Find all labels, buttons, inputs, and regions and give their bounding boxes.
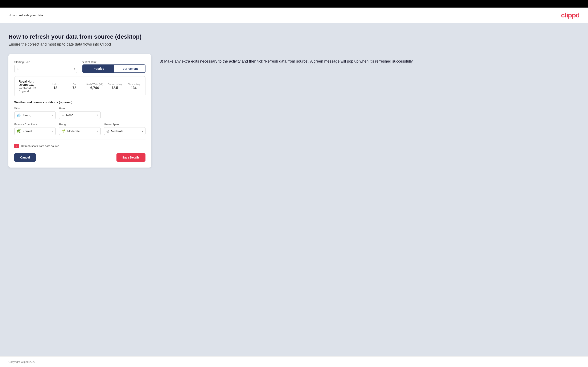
course-name-col: Royal North Devon GC, Westward Ho!, Engl… (19, 80, 44, 93)
top-bar (0, 0, 588, 8)
wind-icon: 💨 (17, 113, 21, 117)
tournament-button[interactable]: Tournament (114, 65, 145, 72)
practice-button[interactable]: Practice (83, 65, 114, 72)
course-holes-stat: Holes 18 (48, 83, 63, 90)
course-par-stat: Par 72 (67, 83, 82, 90)
wind-group: Wind 💨 Strong ▾ (14, 107, 56, 119)
logo: clippd (561, 11, 579, 19)
cancel-button[interactable]: Cancel (14, 153, 36, 162)
holes-label: Holes (52, 83, 59, 85)
game-type-buttons: Practice Tournament (82, 65, 146, 73)
slope-rating-value: 134 (131, 86, 137, 90)
rough-icon: 🌱 (61, 129, 66, 133)
form-body: Starting Hole 1 ▾ Game Type Practice To (9, 54, 151, 167)
weather-section-heading: Weather and course conditions (optional) (14, 100, 146, 104)
wind-select[interactable]: 💨 Strong ▾ (14, 111, 56, 119)
rain-value: None (66, 113, 95, 117)
course-location: Westward Ho!, England (19, 86, 44, 93)
game-type-group: Game Type Practice Tournament (82, 60, 146, 73)
rain-label: Rain (59, 107, 101, 110)
course-info-box: Royal North Devon GC, Westward Ho!, Engl… (14, 76, 146, 96)
page-title: How to refresh your data from source (de… (9, 33, 579, 40)
fairway-rough-green-row: Fairway Conditions 🌿 Normal ▾ Rough 🌱 Mo… (14, 123, 146, 135)
page-subtitle: Ensure the correct and most up to date d… (9, 42, 579, 47)
fairway-label: Fairway Conditions (14, 123, 56, 126)
course-rating-label: Course rating (108, 83, 122, 85)
rough-value: Moderate (67, 130, 95, 133)
step-text: 3) Make any extra edits necessary to the… (160, 58, 579, 65)
yards-label: Yards/White (M)) (86, 83, 103, 85)
green-speed-group: Green Speed ◎ Moderate ▾ (104, 123, 146, 135)
wind-arrow-icon: ▾ (52, 114, 53, 117)
green-speed-icon: ◎ (106, 129, 109, 133)
rough-select[interactable]: 🌱 Moderate ▾ (59, 127, 101, 135)
green-speed-value: Moderate (111, 130, 140, 133)
rain-select[interactable]: ☼ None ▾ (59, 111, 101, 119)
green-speed-label: Green Speed (104, 123, 146, 126)
fairway-value: Normal (23, 130, 51, 133)
green-speed-arrow-icon: ▾ (142, 130, 143, 133)
save-button[interactable]: Save Details (116, 153, 146, 162)
rough-arrow-icon: ▾ (97, 130, 98, 133)
rough-label: Rough (59, 123, 101, 126)
course-rating-stat: Course rating 72.5 (107, 83, 122, 90)
holes-value: 18 (54, 86, 57, 90)
fairway-icon: 🌿 (17, 129, 21, 133)
footer: Copyright Clippd 2022 (0, 356, 588, 367)
form-card: Starting Hole 1 ▾ Game Type Practice To (9, 54, 151, 167)
wind-label: Wind (14, 107, 56, 110)
breadcrumb: How to refresh your data (9, 13, 43, 17)
wind-value: Strong (23, 114, 51, 117)
rain-icon: ☼ (61, 113, 65, 117)
fairway-group: Fairway Conditions 🌿 Normal ▾ (14, 123, 56, 135)
content-area: Starting Hole 1 ▾ Game Type Practice To (9, 54, 579, 167)
yards-value: 6,744 (90, 86, 99, 90)
right-panel: 3) Make any extra edits necessary to the… (160, 54, 579, 65)
wind-rain-row: Wind 💨 Strong ▾ Rain ☼ None ▾ (14, 107, 146, 119)
header: How to refresh your data clippd (0, 8, 588, 23)
game-type-label: Game Type (82, 60, 146, 63)
course-yards-stat: Yards/White (M)) 6,744 (86, 83, 103, 90)
par-label: Par (72, 83, 76, 85)
divider (14, 139, 146, 139)
refresh-checkbox-row: ✓ Refresh shots from data source (14, 144, 146, 148)
fairway-select[interactable]: 🌿 Normal ▾ (14, 127, 56, 135)
slope-rating-stat: Slope rating 134 (126, 83, 141, 90)
empty-group (104, 107, 146, 119)
starting-hole-select[interactable]: 1 (14, 65, 77, 73)
slope-rating-label: Slope rating (128, 83, 140, 85)
form-actions: Cancel Save Details (14, 153, 146, 162)
rough-group: Rough 🌱 Moderate ▾ (59, 123, 101, 135)
hole-gametype-row: Starting Hole 1 ▾ Game Type Practice To (14, 60, 146, 73)
refresh-checkbox[interactable]: ✓ (14, 144, 19, 148)
par-value: 72 (72, 86, 76, 90)
starting-hole-group: Starting Hole 1 ▾ (14, 60, 77, 73)
copyright-text: Copyright Clippd 2022 (9, 360, 35, 363)
green-speed-select[interactable]: ◎ Moderate ▾ (104, 127, 146, 135)
course-rating-value: 72.5 (112, 86, 118, 90)
starting-hole-wrapper: 1 ▾ (14, 65, 77, 73)
rain-arrow-icon: ▾ (97, 114, 98, 117)
rain-group: Rain ☼ None ▾ (59, 107, 101, 119)
refresh-checkbox-label: Refresh shots from data source (21, 144, 59, 148)
main-content: How to refresh your data from source (de… (0, 23, 588, 356)
starting-hole-label: Starting Hole (14, 60, 77, 64)
checkmark-icon: ✓ (15, 144, 18, 148)
course-name: Royal North Devon GC, (19, 80, 44, 86)
fairway-arrow-icon: ▾ (52, 130, 53, 133)
